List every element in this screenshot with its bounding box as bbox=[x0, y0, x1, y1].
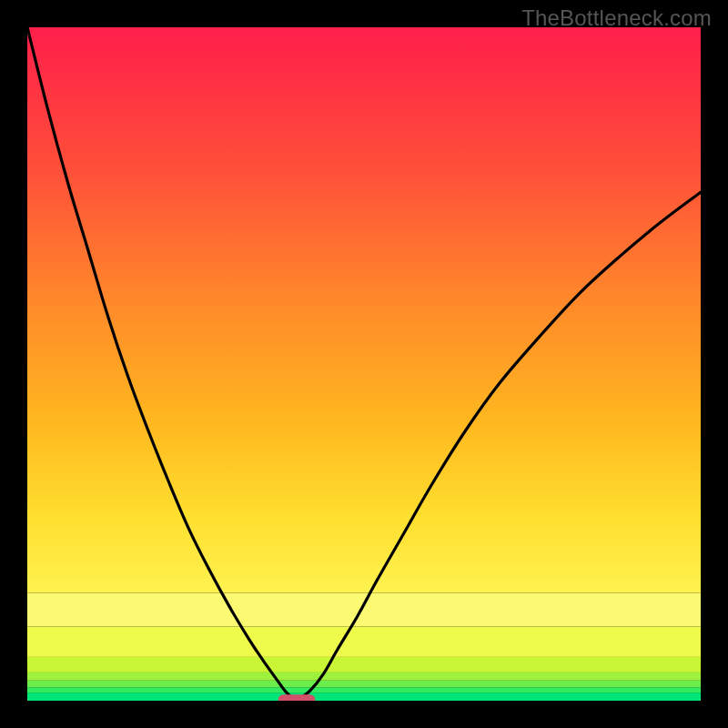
chart-band bbox=[27, 657, 701, 672]
chart-band bbox=[27, 593, 701, 627]
optimum-marker bbox=[278, 694, 316, 701]
chart-band bbox=[27, 627, 701, 657]
chart-plot-area bbox=[27, 27, 701, 701]
chart-band bbox=[27, 693, 701, 701]
chart-band bbox=[27, 672, 701, 681]
chart-band bbox=[27, 687, 701, 693]
chart-band bbox=[27, 681, 701, 687]
chart-frame: TheBottleneck.com bbox=[0, 0, 728, 728]
chart-svg bbox=[27, 27, 701, 701]
watermark-text: TheBottleneck.com bbox=[521, 5, 712, 31]
chart-band bbox=[27, 27, 701, 593]
